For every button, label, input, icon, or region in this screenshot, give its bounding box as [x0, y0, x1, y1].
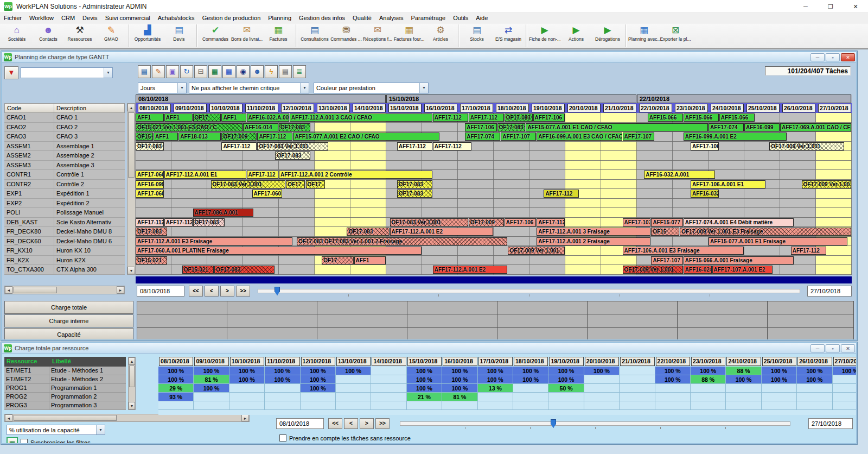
scroll-right-button[interactable]: ►	[117, 286, 124, 294]
resource-row[interactable]: ASSEM1Assemblage 1	[4, 142, 125, 152]
commandes-fournisseurs-button[interactable]: ⛃Commandes ...	[330, 24, 362, 48]
resource-row[interactable]: CONTR2Contrôle 2	[4, 180, 125, 190]
gantt-bar[interactable]: AFF17-086.A.001	[193, 209, 253, 217]
gantt-bar[interactable]: OF17	[286, 180, 305, 188]
gantt-bar[interactable]: AFF17-060	[252, 190, 282, 198]
gantt-bar[interactable]: AFF17-112	[136, 218, 164, 226]
gantt-bar[interactable]: AFF15-066.A.001 Fraisage	[684, 256, 794, 264]
scroll-left-button[interactable]: ◄	[5, 414, 12, 421]
restore-button[interactable]: ▫	[826, 344, 840, 352]
ressources-button[interactable]: ⚒Ressources	[64, 24, 95, 48]
gantt-bar[interactable]: AFF17-112	[537, 218, 565, 226]
gantt-bar[interactable]: AFF16-099	[136, 180, 164, 188]
gantt-bar[interactable]: OF17-083	[214, 266, 275, 274]
nav-prev-button[interactable]: <	[205, 286, 219, 297]
gantt-bar[interactable]: AFF17-074	[465, 133, 500, 141]
close-button[interactable]: ✕	[841, 344, 855, 352]
gantt-bar[interactable]: AFF17-106	[533, 114, 565, 122]
gantt-bar[interactable]: OF17-083 OF17-083 Ver 1.001 2 Fraisage	[297, 237, 507, 245]
gantt-bar[interactable]: OF17-083	[397, 180, 432, 188]
gantt-bar[interactable]: OF17-083	[279, 123, 310, 131]
gantt-bar[interactable]: AFF15-066	[684, 114, 719, 122]
resource-row[interactable]: TO_CTXA300CTX Alpha 300	[4, 265, 125, 275]
timeline-slider[interactable]	[400, 421, 790, 426]
gantt-bar[interactable]: AFF17-106.A.001 E1	[691, 180, 765, 188]
load-table-vscrollbar[interactable]: ▲▼	[128, 357, 136, 410]
gantt-bar[interactable]: AFF16-099.A.001 E2	[684, 133, 787, 141]
menu-devis[interactable]: Devis	[79, 13, 101, 23]
gantt-bar[interactable]: OF17	[306, 180, 325, 188]
gantt-bar[interactable]: AFF15-077.A.001 E1 CAO / CFAO	[526, 123, 708, 131]
gantt-bar[interactable]: OF17-009 Ver 1.001	[508, 247, 565, 255]
chart-button[interactable]: ▦	[7, 437, 18, 443]
gantt-bar[interactable]: AFF18-013	[178, 133, 221, 141]
es-magasin-button[interactable]: ⇄E/S magasin	[493, 24, 524, 48]
charge-button-charge-totale[interactable]: Charge totale	[4, 301, 133, 314]
gantt-bar[interactable]: AFF17-112	[247, 171, 278, 179]
gantt-bar[interactable]: OF15	[136, 133, 153, 141]
display-mode-combo[interactable]: % utilisation de la capacité▾	[7, 425, 105, 435]
gantt-bar[interactable]: AFF17-060	[136, 190, 164, 198]
resource-row[interactable]: FR_K2XHuron K2X	[4, 256, 125, 266]
date-start-field[interactable]: 08/10/2018	[137, 286, 184, 297]
menu-outils[interactable]: Outils	[449, 13, 472, 23]
gantt-bar[interactable]: AFF16-014	[243, 123, 278, 131]
gantt-bar[interactable]: AFF1	[221, 114, 246, 122]
minimize-button[interactable]: ─	[810, 344, 825, 352]
scroll-up-button[interactable]: ▲	[127, 104, 135, 111]
fiche-non-conformite-button[interactable]: ▶Fiche de non-...	[529, 24, 560, 48]
scroll-down-button[interactable]: ▼	[127, 267, 135, 274]
scroll-thumb[interactable]	[14, 287, 57, 293]
restore-button[interactable]: ▫	[826, 53, 840, 61]
gantt-bar[interactable]: AFF15-077.A.001 E1 Fraisage	[709, 237, 847, 245]
gantt-bar[interactable]: OF17-083	[275, 152, 310, 160]
gantt-bar[interactable]: AFF17-112	[544, 190, 579, 198]
gantt-bar[interactable]: OF17-083	[136, 142, 164, 150]
resource-row[interactable]: ASSEM2Assemblage 2	[4, 151, 125, 161]
menu-workflow[interactable]: Workflow	[25, 13, 58, 23]
app-maximize-button[interactable]: ❐	[818, 0, 843, 12]
gantt-bar[interactable]: AFF17-112	[257, 133, 292, 141]
timeline-slider[interactable]	[258, 289, 800, 293]
gantt-bar[interactable]: AFF17-106	[505, 218, 536, 226]
derogations-button[interactable]: ▶Dérogations	[592, 24, 623, 48]
gantt-bar[interactable]: AFF17-112.A.001 3 CAO / CFAO	[290, 114, 432, 122]
gantt-bar[interactable]: AFF17-112	[397, 142, 432, 150]
gantt-bar[interactable]: OF15-021	[182, 266, 214, 274]
date-end-field[interactable]: 27/10/2018	[808, 418, 853, 429]
resource-row[interactable]: EXP1Expédition 1	[4, 189, 125, 199]
gantt-bar[interactable]: AFF17-112.A.001 E2	[433, 266, 508, 274]
minimize-button[interactable]: ─	[810, 53, 825, 61]
resource-row[interactable]: FR_KX10Huron KX 10	[4, 246, 125, 256]
nav-next-button[interactable]: >	[220, 286, 234, 297]
gantt-bar[interactable]: OF17	[322, 256, 353, 264]
consultations-button[interactable]: ▤Consultations	[299, 24, 330, 48]
gantt-bar[interactable]: AFF17-107	[623, 218, 651, 226]
gantt-bar[interactable]: AFF17-112.A.001 2 Fraisage	[537, 237, 650, 245]
gantt-bar[interactable]: AFF17-106	[465, 123, 496, 131]
gantt-bar[interactable]: OF17-083 Ver 1.001	[211, 180, 286, 188]
gantt-bar[interactable]: AFF17-107.A.001 E2	[712, 266, 773, 274]
scroll-thumb[interactable]	[128, 112, 135, 178]
gantt-bar[interactable]: AFF17-060.A.001 PLATINE Fraisage	[136, 247, 422, 255]
nav-last-button[interactable]: >>	[236, 286, 250, 297]
app-minimize-button[interactable]: ─	[793, 0, 818, 12]
gantt-bar[interactable]: AFF1	[136, 114, 164, 122]
gantt-bar[interactable]: OF17-009 Ver 1.001	[623, 266, 683, 274]
gantt-bar[interactable]: AFF17-107	[651, 256, 682, 264]
gantt-bar[interactable]: AFF16-032.A.001 CAO	[247, 114, 289, 122]
resource-row[interactable]: FR_DECK60Deckel-Maho DMU 6	[4, 237, 125, 247]
gantt-bar[interactable]: OF17-009 Ver 1.00	[802, 180, 851, 188]
gantt-bar[interactable]: OF17-083	[193, 218, 225, 226]
opportunites-button[interactable]: ▟Opportunités	[132, 24, 163, 48]
gantt-bar[interactable]: AFF17-112	[433, 142, 472, 150]
gantt-window-titlebar[interactable]: Wp Planning de charge de type GANTT ─▫✕	[2, 52, 856, 63]
resource-row[interactable]: CFAO3CFAO 3	[4, 132, 125, 142]
scroll-up-button[interactable]: ▲	[129, 357, 135, 365]
gantt-bar[interactable]: OF17-083 Ver 1.001	[390, 218, 468, 226]
societes-button[interactable]: ⌂Sociétés	[1, 24, 33, 48]
gantt-bar[interactable]: AFF15-077	[651, 218, 682, 226]
load-window-titlebar[interactable]: Wp Charge totale par ressource ─▫✕	[2, 343, 856, 354]
resource-row[interactable]: DEB_KASTScie Kasto Alternativ	[4, 218, 125, 228]
gantt-bar[interactable]: OF17-083	[397, 190, 432, 198]
